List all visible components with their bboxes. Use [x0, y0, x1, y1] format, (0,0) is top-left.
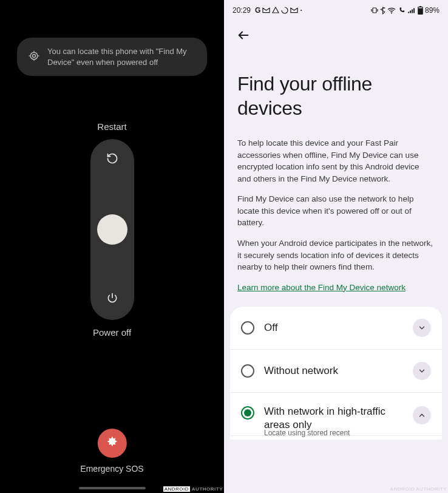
wifi-icon [387, 7, 396, 14]
watermark: ANDROID AUTHORITY [390, 486, 447, 492]
options-card: Off Without network With network in high… [230, 307, 442, 440]
option-label: With network in high-traffic areas only [264, 405, 403, 432]
warning-icon [272, 7, 279, 14]
description: To help locate this device and your Fast… [237, 137, 435, 293]
wifi-calling-icon [398, 7, 406, 14]
battery-icon [418, 6, 423, 15]
option-off[interactable]: Off [230, 307, 442, 350]
para-1: To help locate this device and your Fast… [237, 137, 435, 185]
status-time: 20:29 [232, 6, 251, 15]
svg-point-3 [391, 12, 392, 13]
option-without-network[interactable]: Without network [230, 350, 442, 393]
option-label: Off [264, 321, 403, 335]
power-menu-screen: You can locate this phone with "Find My … [0, 0, 224, 493]
status-bar: 20:29 G · [224, 0, 448, 17]
sos-button[interactable] [97, 429, 126, 458]
svg-point-0 [33, 54, 36, 57]
poweroff-label: Power off [93, 327, 131, 338]
svg-point-1 [30, 52, 38, 59]
sync-icon [281, 7, 288, 14]
restart-label: Restart [97, 121, 126, 132]
page-title: Find your offline devices [237, 72, 435, 120]
more-icon: · [300, 6, 302, 15]
emergency-sos[interactable]: Emergency SOS [80, 429, 143, 474]
power-icon [106, 292, 118, 307]
learn-more-link[interactable]: Learn more about the Find My Device netw… [237, 283, 406, 292]
option-label: Without network [264, 364, 403, 378]
power-slider-knob[interactable] [97, 214, 127, 245]
hint-text: You can locate this phone with "Find My … [47, 46, 196, 67]
radio-off[interactable] [241, 321, 254, 335]
gmail-icon [262, 7, 270, 13]
watermark: ANDROID AUTHORITY [163, 486, 223, 492]
para-2: Find My Device can also use the network … [237, 193, 435, 229]
power-slider-column: Restart Power off [90, 121, 134, 338]
expand-button[interactable] [413, 362, 431, 380]
bluetooth-icon [380, 7, 385, 15]
settings-screen: 20:29 G · [224, 0, 448, 493]
para-3: When your Android device participates in… [237, 237, 435, 273]
find-device-hint: You can locate this phone with "Find My … [17, 38, 207, 76]
vibrate-icon [371, 7, 378, 14]
svg-rect-2 [373, 8, 376, 13]
home-indicator[interactable] [79, 487, 146, 489]
gmail-icon-2 [290, 7, 298, 13]
signal-icon [407, 7, 416, 14]
svg-rect-5 [419, 6, 421, 7]
power-slider-track[interactable] [90, 139, 134, 320]
radio-high-traffic[interactable] [241, 406, 254, 420]
option-subtext: Locate using stored recent [230, 429, 442, 440]
radar-icon [28, 50, 40, 64]
medical-icon [105, 435, 118, 451]
svg-rect-6 [418, 7, 422, 8]
collapse-button[interactable] [413, 406, 431, 424]
radio-without-network[interactable] [241, 364, 254, 378]
back-button[interactable] [234, 25, 253, 45]
sos-label: Emergency SOS [80, 464, 143, 474]
restart-icon [106, 152, 118, 167]
google-icon: G [255, 6, 260, 15]
battery-percent: 89% [425, 6, 440, 15]
expand-button[interactable] [413, 319, 431, 337]
